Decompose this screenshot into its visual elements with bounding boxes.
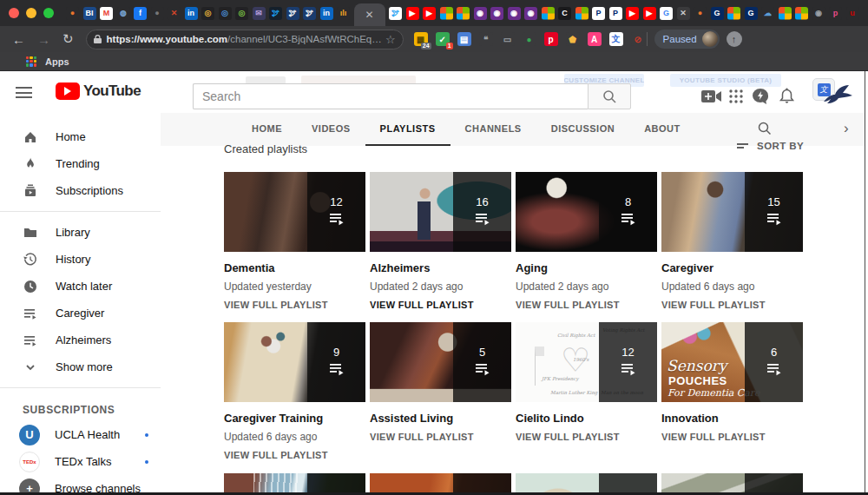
sidebar-channel-tedx-talks[interactable]: TEDxTEDx Talks <box>0 448 161 475</box>
menu-icon[interactable] <box>16 87 32 98</box>
sidebar-item-caregiver[interactable]: Caregiver <box>0 300 161 327</box>
minimize-window-button[interactable] <box>26 8 36 18</box>
playlist-title[interactable]: Aging <box>516 261 657 274</box>
tab-favicon-purple-eye[interactable]: ◉ <box>524 7 537 20</box>
close-window-button[interactable] <box>9 8 19 18</box>
bird-avatar[interactable] <box>821 82 854 107</box>
tab-favicon-script-pink[interactable]: p <box>829 7 842 20</box>
sidebar-item-trending[interactable]: Trending <box>0 150 161 177</box>
playlist-thumbnail[interactable]: 15 <box>661 172 803 252</box>
tab-favicon-penn[interactable]: P <box>609 7 622 20</box>
sort-by-button[interactable]: SORT BY <box>737 141 804 151</box>
sidebar-channel-ucla-health[interactable]: UUCLA Health <box>0 421 161 448</box>
playlist-thumbnail[interactable]: 8 <box>516 172 657 252</box>
view-full-playlist-link[interactable]: VIEW FULL PLAYLIST <box>370 432 511 442</box>
nav-scroll-chevron[interactable]: › <box>844 120 849 137</box>
view-full-playlist-link[interactable]: VIEW FULL PLAYLIST <box>224 300 365 310</box>
ext-green-dot[interactable]: ● <box>523 32 536 46</box>
tab-favicon-gmail[interactable]: M <box>100 7 113 20</box>
ext-translate[interactable]: 文 <box>609 32 623 46</box>
tab-favicon-eye-gray[interactable]: ◉ <box>812 7 825 20</box>
view-full-playlist-link[interactable]: VIEW FULL PLAYLIST <box>661 300 803 310</box>
tab-favicon-youtube[interactable]: ▶ <box>626 7 639 20</box>
tab-favicon-microsoft[interactable] <box>575 7 589 20</box>
tab-favicon-purple-eye[interactable]: ◉ <box>508 7 521 20</box>
scrollbar-track[interactable] <box>865 71 868 495</box>
notifications-button[interactable] <box>776 86 797 107</box>
playlist-thumbnail[interactable]: 5 <box>370 322 511 402</box>
playlist-title[interactable]: Assisted Living <box>370 412 511 425</box>
tab-favicon-youtube[interactable]: ▶ <box>643 7 656 20</box>
tab-favicon-youtube[interactable]: ▶ <box>406 7 419 20</box>
search-input[interactable] <box>193 83 588 109</box>
playlist-thumbnail[interactable]: 16 <box>370 172 511 252</box>
tab-favicon-x-gray[interactable]: ✕ <box>677 7 690 20</box>
sidebar-item-show-more[interactable]: Show more <box>0 353 161 380</box>
tab-favicon-purple-eye[interactable]: ◉ <box>490 7 503 20</box>
tab-favicon-twitter-dark[interactable]: 🕊 <box>303 7 316 20</box>
tab-favicon-business-insider[interactable]: BI <box>83 7 96 20</box>
tab-favicon-swoosh-blue[interactable]: ◗ <box>863 7 868 20</box>
tab-favicon-microsoft[interactable] <box>795 7 808 20</box>
messages-button[interactable] <box>750 86 771 107</box>
tab-favicon-c-dark[interactable]: C <box>558 7 571 20</box>
playlist-thumbnail[interactable]: Civil Rights ActVoting Rights Act1960'sJ… <box>516 322 657 402</box>
tab-favicon-guardian[interactable]: G <box>745 7 758 20</box>
ext-quote[interactable]: ❝ <box>479 32 493 46</box>
playlist-title[interactable]: Dementia <box>224 261 365 274</box>
ext-calendar[interactable]: ▦24 <box>414 32 428 46</box>
tab-favicon-cloud[interactable]: ☁ <box>761 7 774 20</box>
playlist-title[interactable]: Caregiver Training <box>224 412 365 425</box>
apps-grid-icon[interactable] <box>26 56 36 67</box>
tab-favicon-guardian[interactable]: G <box>711 7 724 20</box>
reload-icon[interactable]: ↻ <box>62 31 74 47</box>
tab-favicon-analytics[interactable]: ılı <box>337 7 350 20</box>
address-bar[interactable]: https://www.youtube.com /channel/UC3-Bjq… <box>86 30 404 50</box>
tab-favicon-facebook[interactable]: f <box>134 7 147 20</box>
paused-extension-button[interactable]: Paused <box>654 30 720 49</box>
ext-card-blue[interactable]: ▤ <box>457 32 471 46</box>
tab-favicon-microsoft[interactable] <box>727 7 740 20</box>
tab-favicon-twitter-light[interactable]: 🕊 <box>389 7 402 20</box>
tab-favicon-linkedin[interactable]: in <box>185 7 198 20</box>
zoom-window-button[interactable] <box>43 8 54 18</box>
tab-favicon-badge-green[interactable]: ◎ <box>235 7 248 20</box>
sidebar-item-subscriptions[interactable]: Subscriptions <box>0 177 161 204</box>
view-full-playlist-link[interactable]: VIEW FULL PLAYLIST <box>224 450 365 460</box>
tab-favicon-globe[interactable]: ◍ <box>117 7 130 20</box>
tab-favicon-microsoft[interactable] <box>440 7 453 20</box>
tab-favicon-youtube[interactable]: ▶ <box>423 7 436 20</box>
playlist-thumbnail[interactable]: 9 <box>224 322 365 402</box>
sidebar-item-home[interactable]: Home <box>0 123 161 150</box>
sidebar-item-history[interactable]: History <box>0 246 161 273</box>
bookmark-star-icon[interactable]: ☆ <box>385 33 396 46</box>
update-icon[interactable]: ↑ <box>727 31 742 47</box>
ext-honey[interactable]: ⬟ <box>566 32 580 46</box>
tab-favicon-badge-blue[interactable]: ◎ <box>219 7 232 20</box>
view-full-playlist-link[interactable]: VIEW FULL PLAYLIST <box>516 432 657 442</box>
ext-check[interactable]: ✓1 <box>436 32 450 46</box>
upload-video-button[interactable] <box>701 86 722 107</box>
youtube-logo[interactable]: YouTube <box>56 82 141 100</box>
forward-icon[interactable]: → <box>37 32 50 47</box>
playlist-thumbnail[interactable]: 12 <box>224 172 365 252</box>
ext-chat[interactable]: ▭ <box>501 32 515 46</box>
playlist-thumbnail[interactable]: SensoryPOUCHESFor Dementia Care6 <box>661 322 803 402</box>
tab-favicon-x-red[interactable]: ✕ <box>168 7 181 20</box>
tab-favicon-gray[interactable]: ● <box>151 7 164 20</box>
browser-tab-active[interactable]: ✕ <box>354 3 385 26</box>
view-full-playlist-link[interactable]: VIEW FULL PLAYLIST <box>516 300 657 310</box>
sidebar-item-alzheimers[interactable]: Alzheimers <box>0 327 161 353</box>
youtube-apps-button[interactable] <box>726 86 746 107</box>
tab-favicon-basketball[interactable]: ● <box>694 7 707 20</box>
tab-favicon-twitter-dark[interactable]: 🕊 <box>286 7 299 20</box>
ext-blocker[interactable]: ⊘ <box>631 32 645 46</box>
view-full-playlist-link[interactable]: VIEW FULL PLAYLIST <box>370 300 511 310</box>
window-controls[interactable] <box>9 8 54 18</box>
channel-search-button[interactable] <box>758 122 772 139</box>
playlist-title[interactable]: Cielito Lindo <box>516 412 657 425</box>
tab-favicon-badge-gold[interactable]: ◎ <box>201 7 214 20</box>
playlist-title[interactable]: Alzheimers <box>370 261 511 274</box>
tab-favicon-linkedin[interactable]: in <box>320 7 333 20</box>
ext-a-pink[interactable]: A <box>588 32 602 46</box>
